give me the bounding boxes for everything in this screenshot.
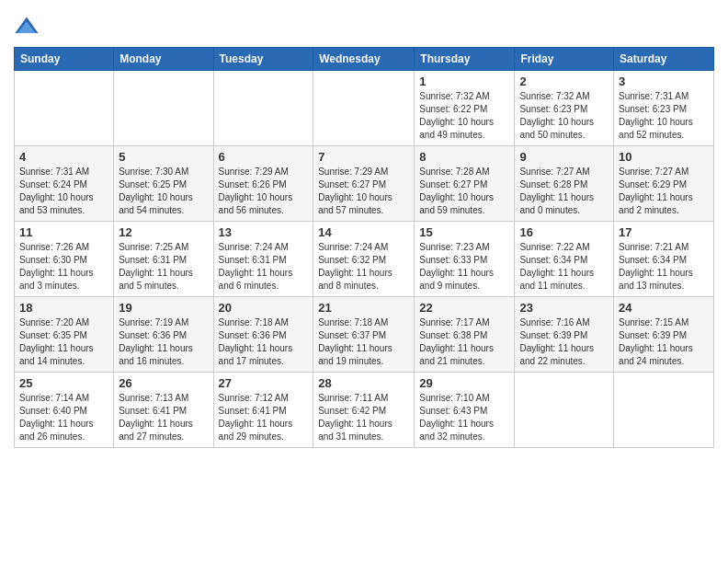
day-number: 28 — [318, 376, 409, 390]
weekday-header-saturday: Saturday — [614, 48, 714, 71]
calendar-cell: 24Sunrise: 7:15 AM Sunset: 6:39 PM Dayli… — [614, 297, 714, 373]
day-number: 24 — [619, 301, 709, 315]
calendar-cell — [614, 373, 714, 448]
day-number: 3 — [619, 75, 709, 88]
calendar-cell: 7Sunrise: 7:29 AM Sunset: 6:27 PM Daylig… — [313, 146, 415, 222]
day-number: 29 — [419, 376, 509, 390]
day-info: Sunrise: 7:29 AM Sunset: 6:26 PM Dayligh… — [219, 166, 309, 217]
weekday-header-wednesday: Wednesday — [313, 48, 415, 71]
calendar-table: SundayMondayTuesdayWednesdayThursdayFrid… — [14, 47, 714, 448]
day-number: 23 — [519, 301, 609, 315]
day-info: Sunrise: 7:31 AM Sunset: 6:24 PM Dayligh… — [19, 166, 108, 217]
calendar-week-0: 1Sunrise: 7:32 AM Sunset: 6:22 PM Daylig… — [15, 71, 714, 146]
day-number: 14 — [318, 225, 409, 239]
day-number: 9 — [519, 150, 609, 164]
day-number: 22 — [419, 301, 509, 315]
calendar-cell: 27Sunrise: 7:12 AM Sunset: 6:41 PM Dayli… — [213, 373, 313, 448]
calendar-week-1: 4Sunrise: 7:31 AM Sunset: 6:24 PM Daylig… — [15, 146, 714, 222]
calendar-cell: 18Sunrise: 7:20 AM Sunset: 6:35 PM Dayli… — [15, 297, 114, 373]
calendar-cell: 23Sunrise: 7:16 AM Sunset: 6:39 PM Dayli… — [515, 297, 614, 373]
calendar-cell: 2Sunrise: 7:32 AM Sunset: 6:23 PM Daylig… — [515, 71, 614, 146]
day-info: Sunrise: 7:11 AM Sunset: 6:42 PM Dayligh… — [318, 392, 409, 443]
day-number: 1 — [419, 75, 509, 88]
weekday-header-thursday: Thursday — [415, 48, 515, 71]
calendar-cell: 17Sunrise: 7:21 AM Sunset: 6:34 PM Dayli… — [614, 222, 714, 297]
calendar-cell: 16Sunrise: 7:22 AM Sunset: 6:34 PM Dayli… — [515, 222, 614, 297]
day-info: Sunrise: 7:29 AM Sunset: 6:27 PM Dayligh… — [318, 166, 409, 217]
day-number: 20 — [219, 301, 309, 315]
day-number: 17 — [619, 225, 709, 239]
calendar-cell — [213, 71, 313, 146]
calendar-cell: 28Sunrise: 7:11 AM Sunset: 6:42 PM Dayli… — [313, 373, 415, 448]
weekday-header-friday: Friday — [515, 48, 614, 71]
day-info: Sunrise: 7:14 AM Sunset: 6:40 PM Dayligh… — [19, 392, 108, 443]
calendar-cell — [15, 71, 114, 146]
day-info: Sunrise: 7:27 AM Sunset: 6:28 PM Dayligh… — [519, 166, 609, 217]
day-number: 6 — [219, 150, 309, 164]
day-info: Sunrise: 7:21 AM Sunset: 6:34 PM Dayligh… — [619, 241, 709, 293]
calendar-cell — [114, 71, 213, 146]
weekday-header-sunday: Sunday — [15, 48, 114, 71]
day-info: Sunrise: 7:10 AM Sunset: 6:43 PM Dayligh… — [419, 392, 509, 443]
day-number: 7 — [318, 150, 409, 164]
day-info: Sunrise: 7:25 AM Sunset: 6:31 PM Dayligh… — [119, 241, 208, 293]
day-number: 11 — [19, 225, 108, 239]
calendar-page: SundayMondayTuesdayWednesdayThursdayFrid… — [0, 0, 728, 457]
day-info: Sunrise: 7:28 AM Sunset: 6:27 PM Dayligh… — [419, 166, 509, 217]
day-info: Sunrise: 7:27 AM Sunset: 6:29 PM Dayligh… — [619, 166, 709, 217]
calendar-week-2: 11Sunrise: 7:26 AM Sunset: 6:30 PM Dayli… — [15, 222, 714, 297]
logo-icon — [14, 14, 40, 40]
day-number: 5 — [119, 150, 208, 164]
day-number: 13 — [219, 225, 309, 239]
calendar-week-4: 25Sunrise: 7:14 AM Sunset: 6:40 PM Dayli… — [15, 373, 714, 448]
calendar-cell: 10Sunrise: 7:27 AM Sunset: 6:29 PM Dayli… — [614, 146, 714, 222]
weekday-header-monday: Monday — [114, 48, 213, 71]
calendar-week-3: 18Sunrise: 7:20 AM Sunset: 6:35 PM Dayli… — [15, 297, 714, 373]
day-number: 19 — [119, 301, 208, 315]
calendar-cell: 11Sunrise: 7:26 AM Sunset: 6:30 PM Dayli… — [15, 222, 114, 297]
day-info: Sunrise: 7:16 AM Sunset: 6:39 PM Dayligh… — [519, 316, 609, 368]
calendar-cell: 1Sunrise: 7:32 AM Sunset: 6:22 PM Daylig… — [415, 71, 515, 146]
calendar-cell: 19Sunrise: 7:19 AM Sunset: 6:36 PM Dayli… — [114, 297, 213, 373]
calendar-cell: 13Sunrise: 7:24 AM Sunset: 6:31 PM Dayli… — [213, 222, 313, 297]
day-info: Sunrise: 7:32 AM Sunset: 6:22 PM Dayligh… — [419, 90, 509, 142]
day-info: Sunrise: 7:13 AM Sunset: 6:41 PM Dayligh… — [119, 392, 208, 443]
day-info: Sunrise: 7:30 AM Sunset: 6:25 PM Dayligh… — [119, 166, 208, 217]
calendar-cell: 26Sunrise: 7:13 AM Sunset: 6:41 PM Dayli… — [114, 373, 213, 448]
day-info: Sunrise: 7:24 AM Sunset: 6:31 PM Dayligh… — [219, 241, 309, 293]
calendar-cell — [313, 71, 415, 146]
day-info: Sunrise: 7:20 AM Sunset: 6:35 PM Dayligh… — [19, 316, 108, 368]
day-info: Sunrise: 7:18 AM Sunset: 6:37 PM Dayligh… — [318, 316, 409, 368]
day-number: 12 — [119, 225, 208, 239]
calendar-cell: 3Sunrise: 7:31 AM Sunset: 6:23 PM Daylig… — [614, 71, 714, 146]
weekday-header-tuesday: Tuesday — [213, 48, 313, 71]
day-info: Sunrise: 7:23 AM Sunset: 6:33 PM Dayligh… — [419, 241, 509, 293]
day-number: 25 — [19, 376, 108, 390]
day-number: 2 — [519, 75, 609, 88]
day-info: Sunrise: 7:17 AM Sunset: 6:38 PM Dayligh… — [419, 316, 509, 368]
logo — [14, 14, 43, 40]
calendar-cell — [515, 373, 614, 448]
day-number: 15 — [419, 225, 509, 239]
day-info: Sunrise: 7:22 AM Sunset: 6:34 PM Dayligh… — [519, 241, 609, 293]
calendar-cell: 9Sunrise: 7:27 AM Sunset: 6:28 PM Daylig… — [515, 146, 614, 222]
calendar-cell: 12Sunrise: 7:25 AM Sunset: 6:31 PM Dayli… — [114, 222, 213, 297]
day-info: Sunrise: 7:24 AM Sunset: 6:32 PM Dayligh… — [318, 241, 409, 293]
day-number: 8 — [419, 150, 509, 164]
calendar-cell: 20Sunrise: 7:18 AM Sunset: 6:36 PM Dayli… — [213, 297, 313, 373]
day-number: 21 — [318, 301, 409, 315]
calendar-cell: 8Sunrise: 7:28 AM Sunset: 6:27 PM Daylig… — [415, 146, 515, 222]
day-number: 10 — [619, 150, 709, 164]
calendar-header — [14, 9, 714, 40]
calendar-cell: 14Sunrise: 7:24 AM Sunset: 6:32 PM Dayli… — [313, 222, 415, 297]
day-info: Sunrise: 7:19 AM Sunset: 6:36 PM Dayligh… — [119, 316, 208, 368]
day-number: 27 — [219, 376, 309, 390]
day-number: 16 — [519, 225, 609, 239]
calendar-cell: 15Sunrise: 7:23 AM Sunset: 6:33 PM Dayli… — [415, 222, 515, 297]
calendar-cell: 4Sunrise: 7:31 AM Sunset: 6:24 PM Daylig… — [15, 146, 114, 222]
day-number: 4 — [19, 150, 108, 164]
calendar-cell: 25Sunrise: 7:14 AM Sunset: 6:40 PM Dayli… — [15, 373, 114, 448]
day-number: 26 — [119, 376, 208, 390]
calendar-cell: 6Sunrise: 7:29 AM Sunset: 6:26 PM Daylig… — [213, 146, 313, 222]
day-info: Sunrise: 7:26 AM Sunset: 6:30 PM Dayligh… — [19, 241, 108, 293]
